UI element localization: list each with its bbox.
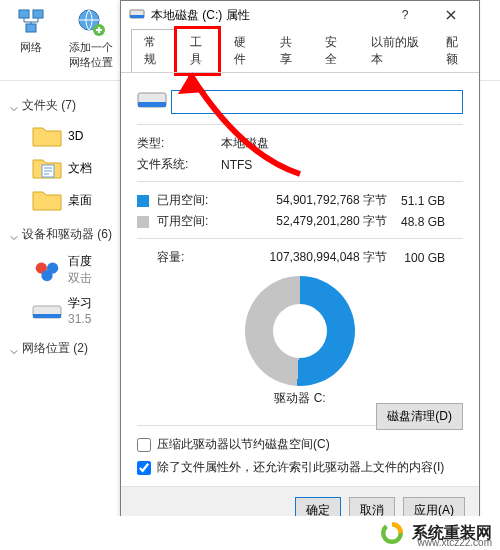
index-checkbox-row[interactable]: 除了文件属性外，还允许索引此驱动器上文件的内容(I): [137, 459, 463, 476]
add-location-icon: [75, 6, 107, 38]
tab-hardware[interactable]: 硬件: [221, 29, 267, 73]
tab-security[interactable]: 安全: [312, 29, 358, 73]
used-label: 已用空间:: [157, 192, 227, 209]
button-label: 应用(A): [414, 503, 454, 517]
capacity-label: 容量:: [157, 249, 227, 266]
capacity-gb: 100 GB: [387, 251, 445, 265]
dialog-close-button[interactable]: [431, 1, 471, 29]
svg-rect-14: [130, 15, 144, 18]
svg-rect-2: [26, 24, 36, 32]
free-label: 可用空间:: [157, 213, 227, 230]
tab-previous[interactable]: 以前的版本: [358, 29, 433, 73]
tab-label: 硬件: [234, 35, 246, 66]
compress-label: 压缩此驱动器以节约磁盘空间(C): [157, 436, 330, 453]
svg-rect-16: [138, 102, 166, 107]
dialog-help-button[interactable]: ?: [385, 1, 425, 29]
section-network-loc[interactable]: 网络位置 (2): [10, 340, 116, 357]
drive-titlebar-icon: [129, 6, 145, 25]
tab-sharing[interactable]: 共享: [267, 29, 313, 73]
baidu-icon: [32, 257, 62, 283]
dialog-title: 本地磁盘 (C:) 属性: [151, 7, 250, 24]
folder-item-label: 文档: [68, 160, 92, 177]
folder-item-desktop[interactable]: 桌面: [10, 184, 116, 216]
free-swatch: [137, 216, 149, 228]
highlight-box: 工具: [174, 26, 221, 76]
close-icon: [446, 10, 456, 20]
chevron-down-icon: [10, 102, 18, 110]
drive-icon: [32, 300, 62, 322]
button-label: 确定: [306, 503, 330, 517]
tab-label: 安全: [325, 35, 337, 66]
svg-rect-0: [19, 10, 29, 18]
ribbon-network[interactable]: 网络: [8, 6, 54, 55]
device-item-drive[interactable]: 学习 31.5: [10, 291, 116, 330]
drive-large-icon: [137, 87, 171, 116]
tab-quota[interactable]: 配额: [433, 29, 479, 73]
tab-label: 配额: [446, 35, 458, 66]
index-label: 除了文件属性外，还允许索引此驱动器上文件的内容(I): [157, 459, 444, 476]
used-bytes: 54,901,792,768 字节: [227, 192, 387, 209]
explorer-content: 文件夹 (7) 3D 文档 桌面 设备和驱动器 (6) 百度 双击: [0, 81, 120, 357]
section-folders-title: 文件夹 (7): [22, 97, 76, 114]
disk-cleanup-button[interactable]: 磁盘清理(D): [376, 403, 463, 430]
device-item-name: 百度: [68, 254, 92, 268]
section-network-loc-title: 网络位置 (2): [22, 340, 88, 357]
folder-icon: [32, 124, 62, 148]
tab-label: 工具: [190, 35, 202, 66]
chevron-down-icon: [10, 231, 18, 239]
compress-checkbox[interactable]: [137, 438, 151, 452]
ribbon-add-location[interactable]: 添加一个 网络位置: [68, 6, 114, 70]
filesystem-label: 文件系统:: [137, 156, 221, 173]
separator: [137, 181, 463, 182]
section-devices[interactable]: 设备和驱动器 (6): [10, 226, 116, 243]
tab-tools[interactable]: 工具: [177, 29, 218, 73]
tab-label: 共享: [280, 35, 292, 66]
used-gb: 51.1 GB: [387, 194, 445, 208]
tab-general-body: 类型:本地磁盘 文件系统:NTFS 已用空间: 54,901,792,768 字…: [121, 72, 479, 486]
ribbon-add-location-label2: 网络位置: [69, 56, 113, 68]
separator: [137, 124, 463, 125]
filesystem-value: NTFS: [221, 158, 463, 172]
folder-icon: [32, 188, 62, 212]
used-swatch: [137, 195, 149, 207]
device-item-name: 学习: [68, 296, 92, 310]
dialog-titlebar: 本地磁盘 (C:) 属性 ?: [121, 1, 479, 29]
free-bytes: 52,479,201,280 字节: [227, 213, 387, 230]
folder-item-3d[interactable]: 3D: [10, 120, 116, 152]
properties-dialog: 本地磁盘 (C:) 属性 ? 常规 工具 硬件 共享 安全 以前的版本 配额 类…: [120, 0, 480, 520]
index-checkbox[interactable]: [137, 461, 151, 475]
chevron-down-icon: [10, 345, 18, 353]
watermark-bar: 系统重装网 www.xtcz22.com: [0, 516, 500, 550]
ribbon-add-location-label1: 添加一个: [69, 41, 113, 53]
compress-checkbox-row[interactable]: 压缩此驱动器以节约磁盘空间(C): [137, 436, 463, 453]
type-value: 本地磁盘: [221, 135, 463, 152]
folder-item-docs[interactable]: 文档: [10, 152, 116, 184]
ribbon-network-label: 网络: [20, 41, 42, 53]
type-label: 类型:: [137, 135, 221, 152]
watermark-logo-icon: [378, 519, 406, 547]
svg-rect-12: [33, 314, 61, 318]
svg-point-10: [41, 270, 52, 281]
separator: [137, 238, 463, 239]
dialog-tabs: 常规 工具 硬件 共享 安全 以前的版本 配额: [121, 29, 479, 73]
section-devices-title: 设备和驱动器 (6): [22, 226, 112, 243]
button-label: 取消: [360, 503, 384, 517]
drive-name-input[interactable]: [171, 90, 463, 114]
device-item-sub: 31.5: [68, 312, 91, 326]
capacity-bytes: 107,380,994,048 字节: [227, 249, 387, 266]
free-gb: 48.8 GB: [387, 215, 445, 229]
folder-item-label: 3D: [68, 129, 83, 143]
folder-item-label: 桌面: [68, 192, 92, 209]
section-folders[interactable]: 文件夹 (7): [10, 97, 116, 114]
button-label: 磁盘清理(D): [387, 409, 452, 423]
device-item-baidu[interactable]: 百度 双击: [10, 249, 116, 291]
svg-rect-1: [33, 10, 43, 18]
watermark-url: www.xtcz22.com: [418, 537, 492, 548]
usage-pie-chart: [245, 276, 355, 386]
network-icon: [15, 6, 47, 38]
tab-label: 以前的版本: [371, 35, 419, 66]
tab-general[interactable]: 常规: [131, 29, 177, 73]
device-item-sub: 双击: [68, 271, 92, 285]
tab-label: 常规: [144, 35, 156, 66]
folder-docs-icon: [32, 156, 62, 180]
